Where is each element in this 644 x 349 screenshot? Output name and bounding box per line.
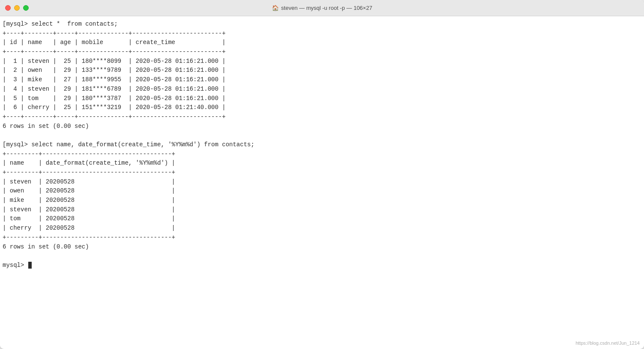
line-6: | 2 | owen | 29 | 133****9789 | 2020-05-… (3, 66, 641, 75)
line-2: +----+--------+-----+--------------+----… (3, 29, 641, 38)
line-1: [mysql> select * from contacts; (3, 20, 641, 29)
line-16: | name | date_format(create_time, '%Y%m%… (3, 159, 641, 168)
line-18: | steven | 20200528 | (3, 177, 641, 187)
line-26 (3, 251, 641, 261)
line-24: +---------+-----------------------------… (3, 233, 641, 243)
terminal-output: [mysql> select * from contacts; +----+--… (3, 20, 641, 270)
line-5: | 1 | steven | 25 | 180****8099 | 2020-0… (3, 57, 641, 66)
line-20: | mike | 20200528 | (3, 196, 641, 205)
line-4: +----+--------+-----+--------------+----… (3, 47, 641, 57)
line-9: | 5 | tom | 29 | 180****3787 | 2020-05-2… (3, 94, 641, 104)
line-8: | 4 | steven | 29 | 181****6789 | 2020-0… (3, 85, 641, 94)
line-14: [mysql> select name, date_format(create_… (3, 140, 641, 150)
line-22: | tom | 20200528 | (3, 214, 641, 224)
terminal-window: 🏠 steven — mysql -u root -p — 106×27 [my… (0, 0, 644, 349)
minimize-button[interactable] (14, 5, 20, 11)
line-19: | owen | 20200528 | (3, 186, 641, 196)
line-17: +---------+-----------------------------… (3, 168, 641, 177)
line-21: | steven | 20200528 | (3, 205, 641, 215)
prompt-line[interactable]: mysql> (3, 261, 641, 270)
line-7: | 3 | mike | 27 | 188****9955 | 2020-05-… (3, 75, 641, 85)
window-title: 🏠 steven — mysql -u root -p — 106×27 (272, 5, 373, 11)
traffic-lights (5, 5, 29, 11)
close-button[interactable] (5, 5, 11, 11)
line-11: +----+--------+-----+--------------+----… (3, 112, 641, 122)
maximize-button[interactable] (23, 5, 29, 11)
house-icon: 🏠 (272, 5, 279, 11)
line-12: 6 rows in set (0.00 sec) (3, 122, 641, 131)
terminal-content[interactable]: [mysql> select * from contacts; +----+--… (0, 16, 644, 349)
line-13 (3, 131, 641, 140)
title-text: steven — mysql -u root -p — 106×27 (281, 5, 373, 11)
line-25: 6 rows in set (0.00 sec) (3, 243, 641, 252)
line-15: +---------+-----------------------------… (3, 150, 641, 159)
line-23: | cherry | 20200528 | (3, 224, 641, 233)
line-10: | 6 | cherry | 25 | 151****3219 | 2020-0… (3, 103, 641, 112)
line-3: | id | name | age | mobile | create_time… (3, 38, 641, 47)
titlebar: 🏠 steven — mysql -u root -p — 106×27 (0, 0, 644, 16)
watermark: https://blog.csdn.net/Jun_1214 (575, 340, 640, 347)
